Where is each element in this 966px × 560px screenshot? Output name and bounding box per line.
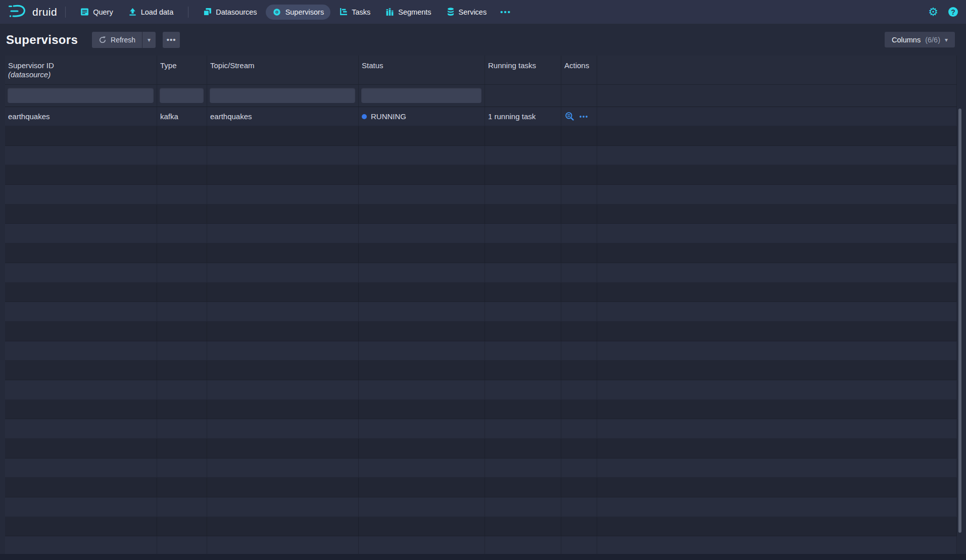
- empty-cell: [561, 497, 597, 517]
- empty-cell: [207, 322, 359, 341]
- cell-filler: [597, 107, 957, 126]
- empty-cell: [597, 517, 957, 536]
- upload-icon: [128, 8, 137, 16]
- column-header-type[interactable]: Type: [157, 56, 207, 84]
- empty-cell: [561, 185, 597, 204]
- settings-gear-icon[interactable]: ⚙: [928, 7, 938, 18]
- empty-row: [5, 419, 957, 439]
- empty-cell: [561, 126, 597, 145]
- empty-cell: [5, 243, 157, 263]
- refresh-interval-caret-button[interactable]: ▾: [142, 32, 156, 48]
- column-header-actions[interactable]: Actions: [561, 56, 597, 84]
- empty-cell: [207, 302, 359, 321]
- druid-logo-icon: [7, 4, 28, 21]
- empty-cell: [597, 302, 957, 321]
- empty-row: [5, 459, 957, 478]
- empty-cell: [561, 283, 597, 302]
- nav-item-supervisors[interactable]: Supervisors: [266, 5, 331, 20]
- table-filler-rows: [5, 126, 957, 554]
- empty-cell: [5, 263, 157, 282]
- empty-cell: [485, 361, 561, 380]
- row-more-actions-icon[interactable]: [578, 112, 589, 121]
- empty-row: [5, 341, 957, 361]
- empty-cell: [561, 380, 597, 399]
- empty-cell: [485, 322, 561, 341]
- empty-cell: [597, 536, 957, 554]
- refresh-split-button: Refresh ▾: [92, 32, 156, 48]
- nav-item-segments[interactable]: Segments: [379, 5, 438, 19]
- empty-cell: [597, 205, 957, 224]
- empty-cell: [157, 439, 207, 458]
- empty-row: [5, 263, 957, 283]
- horizontal-scrollbar-track[interactable]: [0, 554, 966, 560]
- column-header-status[interactable]: Status: [359, 56, 485, 84]
- empty-cell: [597, 380, 957, 399]
- datasources-icon: [203, 8, 212, 16]
- empty-cell: [157, 400, 207, 419]
- empty-cell: [207, 243, 359, 263]
- nav-item-tasks[interactable]: Tasks: [332, 5, 377, 19]
- vertical-scrollbar-thumb[interactable]: [958, 109, 961, 533]
- empty-cell: [5, 146, 157, 165]
- empty-cell: [207, 146, 359, 165]
- empty-cell: [157, 497, 207, 517]
- columns-picker-button[interactable]: Columns (6/6) ▾: [885, 32, 955, 47]
- supervisor-row-earthquakes[interactable]: earthquakes kafka earthquakes RUNNING 1 …: [5, 107, 957, 126]
- empty-cell: [359, 361, 485, 380]
- console-icon: [80, 8, 89, 16]
- empty-cell: [359, 243, 485, 263]
- empty-cell: [561, 517, 597, 536]
- help-icon[interactable]: ?: [948, 7, 958, 17]
- columns-label: Columns: [892, 36, 921, 44]
- empty-row: [5, 536, 957, 554]
- nav-more-button[interactable]: •••: [495, 5, 516, 19]
- empty-cell: [157, 380, 207, 399]
- empty-cell: [157, 263, 207, 282]
- empty-cell: [597, 361, 957, 380]
- filter-supervisor-id-input[interactable]: [8, 88, 154, 103]
- empty-cell: [157, 205, 207, 224]
- filter-status-input[interactable]: [361, 88, 481, 103]
- nav-item-services[interactable]: Services: [440, 5, 494, 19]
- empty-cell: [359, 517, 485, 536]
- inspect-magnifier-icon[interactable]: [565, 112, 574, 121]
- column-header-running-tasks[interactable]: Running tasks: [485, 56, 561, 84]
- empty-cell: [485, 126, 561, 145]
- empty-cell: [597, 263, 957, 282]
- nav-item-datasources[interactable]: Datasources: [197, 5, 263, 19]
- supervisors-table: Supervisor ID (datasource) Type Topic/St…: [5, 56, 957, 554]
- empty-cell: [207, 205, 359, 224]
- empty-cell: [485, 536, 561, 554]
- empty-cell: [157, 283, 207, 302]
- empty-cell: [485, 243, 561, 263]
- empty-cell: [157, 185, 207, 204]
- empty-cell: [157, 165, 207, 184]
- filter-type-input[interactable]: [160, 88, 204, 103]
- empty-cell: [597, 126, 957, 145]
- nav-item-load-data[interactable]: Load data: [122, 5, 180, 19]
- filter-topic-stream-input[interactable]: [210, 88, 355, 103]
- empty-cell: [157, 459, 207, 478]
- empty-cell: [485, 439, 561, 458]
- column-header-topic-stream[interactable]: Topic/Stream: [207, 56, 359, 84]
- empty-row: [5, 439, 957, 459]
- empty-cell: [359, 536, 485, 554]
- column-header-supervisor-id[interactable]: Supervisor ID (datasource): [5, 56, 157, 84]
- nav-item-query[interactable]: Query: [74, 5, 120, 19]
- empty-cell: [157, 361, 207, 380]
- bar-chart-icon: [385, 8, 394, 16]
- empty-cell: [5, 283, 157, 302]
- empty-cell: [485, 517, 561, 536]
- empty-cell: [359, 283, 485, 302]
- empty-cell: [157, 536, 207, 554]
- empty-cell: [5, 478, 157, 497]
- empty-cell: [561, 361, 597, 380]
- empty-cell: [207, 497, 359, 517]
- empty-cell: [485, 419, 561, 438]
- refresh-button[interactable]: Refresh: [92, 32, 142, 48]
- empty-cell: [157, 419, 207, 438]
- empty-row: [5, 185, 957, 205]
- heading-more-button[interactable]: •••: [163, 32, 180, 48]
- empty-cell: [485, 497, 561, 517]
- druid-logo[interactable]: druid: [7, 4, 57, 21]
